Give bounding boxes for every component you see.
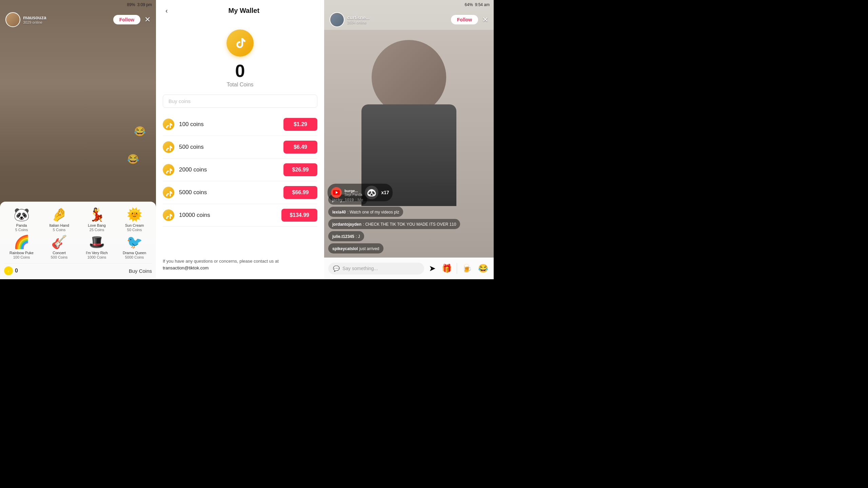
comment-4: julie.t12345 : J bbox=[328, 231, 490, 241]
left-user-info: mausouza 3029 online bbox=[23, 15, 113, 24]
gifts-grid: 🐼 Panda 5 Coins 🤌 Italian Hand 5 Coins 💃… bbox=[4, 207, 152, 259]
chat-divider bbox=[457, 263, 457, 274]
comment-text-5: just arrived bbox=[359, 246, 379, 251]
coin-svg-5000 bbox=[165, 189, 172, 196]
wallet-panel: ‹ My Wallet 0 Total Coins Buy coins 100 … bbox=[156, 0, 324, 279]
pkg-coin-icon-2000 bbox=[163, 164, 174, 176]
comment-bubble-2: lexia40 : Watch one of my videos plz bbox=[328, 207, 403, 217]
gifts-footer: ♪ 0 Buy Coins bbox=[4, 263, 152, 275]
gift-sun-cream-name: Sun Cream bbox=[125, 223, 144, 228]
comment-user-5: spikeycatslol bbox=[332, 246, 358, 251]
svg-text:♪: ♪ bbox=[8, 269, 9, 273]
gift-notification: burge... Sept Panda 🐼 x17 bbox=[328, 184, 393, 201]
share-button[interactable]: ➤ bbox=[428, 262, 437, 274]
right-follow-button[interactable]: Follow bbox=[451, 15, 478, 24]
wallet-coin-area: 0 Total Coins bbox=[156, 21, 324, 95]
coins-balance: ♪ 0 bbox=[4, 266, 18, 275]
comment-text-4: : J bbox=[356, 234, 360, 239]
float-emoji-2: 😂 bbox=[127, 154, 139, 165]
left-follow-button[interactable]: Follow bbox=[113, 15, 140, 24]
gift-very-rich-coins: 1000 Coins bbox=[87, 255, 106, 259]
comment-user-4: julie.t12345 bbox=[332, 234, 354, 239]
right-live-stream: 64% 9:54 am curtisne... 2634 online Foll… bbox=[324, 0, 494, 279]
gift-italian-hand-emoji: 🤌 bbox=[51, 207, 67, 222]
pkg-buy-100[interactable]: $1.29 bbox=[283, 118, 317, 131]
package-5000: 5000 coins $66.99 bbox=[163, 181, 317, 204]
gift-notif-subtext: Sept Panda bbox=[344, 193, 362, 197]
comment-5: spikeycatslol just arrived bbox=[328, 243, 490, 253]
right-status-bar: 64% 9:54 am bbox=[324, 0, 494, 9]
wallet-balance: 0 bbox=[235, 62, 245, 80]
gift-very-rich-name: I'm Very Rich bbox=[86, 251, 107, 255]
buy-coins-input[interactable]: Buy coins bbox=[163, 95, 317, 108]
chat-input-area[interactable]: 💬 Say something... bbox=[328, 263, 424, 274]
comment-bubble-5: spikeycatslol just arrived bbox=[328, 243, 383, 253]
pkg-buy-10000[interactable]: $134.99 bbox=[281, 209, 317, 222]
right-header: curtisne... 2634 online Follow ✕ bbox=[324, 9, 494, 30]
pkg-buy-500[interactable]: $6.49 bbox=[283, 141, 317, 154]
gift-rainbow-puke-emoji: 🌈 bbox=[14, 235, 29, 249]
gift-notif-multiplier: x17 bbox=[381, 190, 389, 195]
buy-coins-placeholder: Buy coins bbox=[169, 98, 191, 104]
youtube-icon bbox=[333, 189, 340, 196]
gift-rainbow-puke[interactable]: 🌈 Rainbow Puke 100 Coins bbox=[4, 235, 39, 259]
pkg-coin-icon-500 bbox=[163, 141, 174, 153]
left-live-stream: 89% 3:09 pm mausouza 3029 online Follow … bbox=[0, 0, 156, 279]
gift-love-bang-emoji: 💃 bbox=[89, 207, 105, 222]
tiktok-logo-svg bbox=[232, 35, 249, 52]
laugh-button[interactable]: 😂 bbox=[477, 262, 490, 274]
package-100: 100 coins $1.29 bbox=[163, 113, 317, 136]
buy-coins-button[interactable]: Buy Coins bbox=[129, 268, 152, 274]
gift-button[interactable]: 🎁 bbox=[440, 262, 453, 274]
left-time: 3:09 pm bbox=[137, 2, 152, 7]
right-user-info: curtisne... 2634 online bbox=[347, 15, 451, 24]
comment-user-2: lexia40 bbox=[332, 210, 346, 215]
pkg-coins-10000: 10000 coins bbox=[179, 212, 210, 219]
gift-concert-coins: 500 Coins bbox=[51, 255, 68, 259]
pkg-buy-5000[interactable]: $66.99 bbox=[283, 186, 317, 199]
gift-drama-queen-emoji: 🐦 bbox=[126, 235, 142, 249]
gift-sun-cream-emoji: 🌞 bbox=[126, 207, 142, 222]
wallet-title: My Wallet bbox=[171, 7, 317, 15]
gift-rainbow-puke-coins: 100 Coins bbox=[13, 255, 30, 259]
package-10000-left: 10000 coins bbox=[163, 209, 210, 221]
pkg-buy-2000[interactable]: $26.99 bbox=[283, 163, 317, 176]
pkg-coin-icon-100 bbox=[163, 119, 174, 130]
tiktok-coin-icon bbox=[226, 29, 254, 57]
comment-bubble-4: julie.t12345 : J bbox=[328, 231, 364, 241]
gift-italian-hand[interactable]: 🤌 Italian Hand 5 Coins bbox=[42, 207, 77, 232]
coin-svg-500 bbox=[165, 143, 172, 151]
wallet-footer: If you have any questions or concerns, p… bbox=[156, 252, 324, 279]
gift-italian-hand-name: Italian Hand bbox=[49, 223, 69, 228]
gift-drama-queen-name: Drama Queen bbox=[123, 251, 146, 255]
right-close-button[interactable]: ✕ bbox=[482, 15, 488, 24]
right-avatar-img bbox=[330, 13, 344, 26]
pkg-coins-2000: 2000 coins bbox=[179, 166, 207, 173]
beer-button[interactable]: 🍺 bbox=[460, 262, 473, 274]
left-close-button[interactable]: ✕ bbox=[144, 15, 151, 24]
gift-panda[interactable]: 🐼 Panda 5 Coins bbox=[4, 207, 39, 232]
coin-packages: 100 coins $1.29 500 coins $6.49 bbox=[156, 108, 324, 252]
balance-number: 0 bbox=[15, 268, 18, 274]
gift-notif-username: burge... bbox=[344, 189, 362, 193]
right-username: curtisne... bbox=[347, 15, 451, 20]
chat-bubble-icon: 💬 bbox=[333, 265, 340, 272]
gift-love-bang-name: Love Bang bbox=[88, 223, 106, 228]
gift-sun-cream[interactable]: 🌞 Sun Cream 50 Coins bbox=[117, 207, 152, 232]
coin-svg-2000 bbox=[165, 166, 172, 174]
gift-concert-name: Concert bbox=[53, 251, 66, 255]
left-status-bar: 89% 3:09 pm bbox=[0, 0, 156, 9]
gift-love-bang[interactable]: 💃 Love Bang 25 Coins bbox=[79, 207, 114, 232]
gift-concert[interactable]: 🎸 Concert 500 Coins bbox=[42, 235, 77, 259]
left-online-count: 3029 online bbox=[23, 20, 113, 24]
back-button[interactable]: ‹ bbox=[163, 5, 171, 16]
gift-panda-emoji: 🐼 bbox=[14, 207, 29, 222]
comment-2: lexia40 : Watch one of my videos plz bbox=[328, 207, 490, 217]
gift-very-rich[interactable]: 🎩 I'm Very Rich 1000 Coins bbox=[79, 235, 114, 259]
chat-bar: 💬 Say something... ➤ 🎁 🍺 😂 bbox=[324, 258, 494, 279]
gift-sun-cream-coins: 50 Coins bbox=[127, 228, 142, 232]
footer-text: If you have any questions or concerns, p… bbox=[163, 259, 279, 264]
gift-drama-queen[interactable]: 🐦 Drama Queen 5000 Coins bbox=[117, 235, 152, 259]
left-status-text: 89% bbox=[127, 2, 135, 7]
comment-3: jordantojayden : CHECK THE TIK TOK YOU M… bbox=[328, 219, 490, 229]
